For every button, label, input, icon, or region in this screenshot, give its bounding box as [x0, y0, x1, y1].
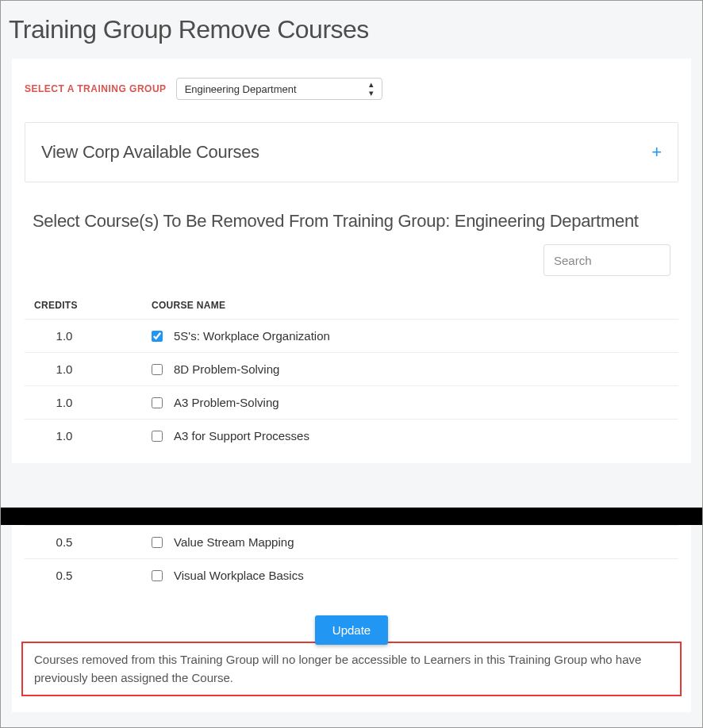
- caret-updown-icon: ▴▾: [369, 80, 374, 98]
- credits-cell: 1.0: [25, 320, 144, 353]
- update-row: Update: [25, 592, 678, 645]
- credits-cell: 1.0: [25, 420, 144, 453]
- table-row: 1.0 A3 Problem-Solving: [25, 386, 678, 420]
- accordion-title: View Corp Available Courses: [41, 142, 259, 163]
- view-available-courses-panel[interactable]: View Corp Available Courses +: [25, 122, 678, 182]
- course-name: Value Stream Mapping: [174, 535, 294, 549]
- training-group-select[interactable]: Engineering Department ▴▾: [176, 78, 382, 100]
- course-checkbox[interactable]: [152, 570, 163, 581]
- divider-bar: [1, 508, 702, 525]
- credits-cell: 0.5: [25, 526, 144, 559]
- warning-notice: Courses removed from this Training Group…: [21, 642, 682, 696]
- page-title: Training Group Remove Courses: [1, 1, 702, 59]
- course-name: 5S's: Workplace Organization: [174, 329, 330, 343]
- update-button[interactable]: Update: [315, 615, 388, 645]
- bottom-card: 0.5 Value Stream Mapping 0.5 Visual Work…: [12, 525, 691, 712]
- main-card: SELECT A TRAINING GROUP Engineering Depa…: [12, 59, 691, 463]
- course-name: 8D Problem-Solving: [174, 362, 279, 376]
- course-checkbox[interactable]: [152, 397, 163, 408]
- column-header-credits[interactable]: CREDITS: [25, 292, 144, 320]
- search-input[interactable]: [544, 244, 670, 276]
- credits-cell: 1.0: [25, 353, 144, 386]
- credits-cell: 0.5: [25, 559, 144, 592]
- training-group-selected-value: Engineering Department: [177, 83, 382, 95]
- course-checkbox[interactable]: [152, 364, 163, 375]
- remove-courses-section-title: Select Course(s) To Be Removed From Trai…: [33, 211, 670, 232]
- plus-icon: +: [651, 144, 662, 161]
- table-row: 1.0 A3 for Support Processes: [25, 420, 678, 453]
- course-name: A3 for Support Processes: [174, 429, 309, 443]
- course-checkbox[interactable]: [152, 431, 163, 442]
- course-name: A3 Problem-Solving: [174, 396, 279, 409]
- table-row: 0.5 Visual Workplace Basics: [25, 559, 678, 592]
- course-checkbox[interactable]: [152, 537, 163, 548]
- training-group-row: SELECT A TRAINING GROUP Engineering Depa…: [25, 78, 678, 100]
- course-checkbox[interactable]: [152, 331, 163, 342]
- courses-table: CREDITS COURSE NAME 1.0 5S's: Workplace …: [25, 292, 678, 452]
- column-header-course-name[interactable]: COURSE NAME: [144, 292, 678, 320]
- course-name: Visual Workplace Basics: [174, 569, 304, 582]
- select-training-group-label: SELECT A TRAINING GROUP: [25, 83, 167, 94]
- search-row: [25, 239, 678, 292]
- table-row: 1.0 5S's: Workplace Organization: [25, 320, 678, 353]
- table-row: 1.0 8D Problem-Solving: [25, 353, 678, 386]
- credits-cell: 1.0: [25, 386, 144, 420]
- table-row: 0.5 Value Stream Mapping: [25, 526, 678, 559]
- courses-table-bottom: 0.5 Value Stream Mapping 0.5 Visual Work…: [25, 525, 678, 592]
